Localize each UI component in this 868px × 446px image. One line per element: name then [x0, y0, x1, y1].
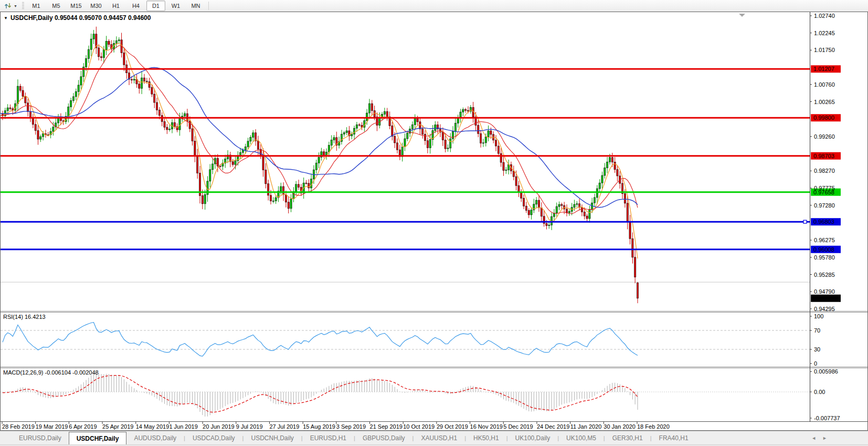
chart-shift-marker[interactable]: [739, 14, 745, 17]
rsi-indicator-label: RSI(14) 16.4213: [3, 314, 46, 320]
price-axis-label: 1.01750: [814, 47, 835, 53]
price-axis-label: 0.98270: [814, 168, 835, 174]
date-axis-label: 28 Feb 2019: [2, 423, 35, 430]
date-axis-label: 15 Aug 2019: [303, 423, 335, 430]
chart-tab-ger30-h1[interactable]: GER30,H1: [605, 431, 650, 445]
date-axis-label: 25 Apr 2019: [102, 423, 133, 430]
price-axis-label: 1.02245: [814, 30, 835, 36]
price-axis-label: 0.95285: [814, 272, 835, 278]
timeframe-button-m1[interactable]: M1: [27, 1, 46, 11]
current-price-badge-text: 0.94600: [813, 295, 834, 302]
ma-mid-line: [1, 46, 638, 214]
price-axis-label: 0.94295: [814, 306, 835, 312]
rsi-axis-label: 0: [814, 360, 817, 367]
price-line-badge-text: 1.01207: [813, 66, 834, 72]
price-axis[interactable]: 1.027401.022451.017501.007601.002650.992…: [810, 13, 835, 312]
line-selection-handle[interactable]: [803, 220, 807, 223]
date-axis-label: 11 Jan 2020: [570, 423, 602, 430]
date-axis-label: 1 Jun 2019: [169, 423, 197, 430]
timeframe-button-h4[interactable]: H4: [126, 1, 145, 11]
chart-tab-bar: EURUSD,DailyUSDCHF,DailyAUDUSD,Daily|USD…: [0, 431, 868, 445]
price-line-badge-text: 0.96008: [813, 246, 834, 253]
ma-fast-line: [1, 44, 638, 258]
price-axis-label: 1.00760: [814, 81, 835, 88]
date-axis-label: 9 Jul 2019: [236, 423, 263, 430]
price-axis-label: 0.97775: [814, 185, 835, 191]
date-axis-label: 24 Dec 2019: [537, 423, 569, 430]
date-axis-label: 6 Apr 2019: [69, 423, 97, 430]
macd-indicator-label: MACD(12,26,9) -0.006104 -0.002048: [3, 369, 99, 376]
timeframe-button-d1[interactable]: D1: [146, 1, 165, 11]
date-axis-label: 20 Jun 2019: [203, 423, 235, 430]
macd-axis[interactable]: 0.0059860.00-0.007737: [810, 368, 840, 421]
date-axis-label: 18 Feb 2020: [637, 423, 670, 430]
chart-tab-fra40-h1[interactable]: FRA40,H1: [652, 431, 696, 445]
date-axis[interactable]: 28 Feb 201919 Mar 20196 Apr 201925 Apr 2…: [2, 422, 670, 430]
chart-tab-usdcad-daily[interactable]: USDCAD,Daily: [185, 431, 242, 445]
collapse-icon[interactable]: ▼: [4, 16, 8, 20]
date-axis-label: 10 Oct 2019: [403, 423, 435, 430]
timeframe-button-m5[interactable]: M5: [47, 1, 66, 11]
rsi-axis-label: 30: [814, 346, 820, 352]
date-axis-label: 27 Jul 2019: [269, 423, 299, 430]
chart-tab-uk100-m5[interactable]: UK100,M5: [559, 431, 604, 445]
date-axis-label: 30 Jan 2020: [604, 423, 636, 430]
chart-tab-usdchf-daily[interactable]: USDCHF,Daily: [69, 432, 127, 445]
toolbar-grip[interactable]: [22, 2, 24, 10]
chart-shift-tool-icon: [4, 2, 12, 10]
main-toolbar: ▼ M1M5M15M30H1H4D1W1MN: [0, 0, 868, 12]
rsi-axis[interactable]: 10070300: [810, 313, 823, 367]
chart-tab-eurusd-daily[interactable]: EURUSD,Daily: [12, 431, 69, 445]
timeframe-buttons: M1M5M15M30H1H4D1W1MN: [26, 1, 206, 11]
date-axis-label: 16 Nov 2019: [470, 423, 503, 430]
rsi-axis-label: 70: [814, 327, 820, 334]
date-axis-label: 14 May 2019: [136, 423, 170, 430]
macd-axis-label: 0.005986: [814, 368, 838, 375]
chart-tab-audusd-daily[interactable]: AUDUSD,Daily: [126, 431, 184, 445]
price-axis-label: 0.95780: [814, 254, 835, 261]
price-axis-label: 0.94790: [814, 288, 835, 295]
candlesticks: [2, 27, 638, 304]
price-line-badge-text: 0.96803: [813, 219, 834, 225]
chart-tab-gbpusd-daily[interactable]: GBPUSD,Daily: [355, 431, 412, 445]
ma-slow-line: [1, 68, 638, 208]
price-line-badge-text: 0.99800: [813, 115, 834, 121]
chart-tab-eurusd-h1[interactable]: EURUSD,H1: [303, 431, 354, 445]
rsi-axis-label: 100: [814, 313, 823, 319]
price-axis-label: 1.02740: [814, 13, 835, 19]
price-line-badge-text: 0.98703: [813, 153, 834, 159]
chart-window: 1.012070.998000.987030.976580.968030.960…: [0, 12, 868, 431]
macd-axis-label: 0.00: [814, 389, 825, 395]
date-axis-label: 5 Dec 2019: [503, 423, 533, 430]
tab-scroll-left-icon[interactable]: ◄: [811, 435, 816, 441]
chart-tab-xauusd-h1[interactable]: XAUUSD,H1: [414, 431, 464, 445]
chart-title: ▼ USDCHF,Daily 0.95044 0.95070 0.94457 0…: [4, 14, 151, 22]
tab-scroll-right-icon[interactable]: ►: [822, 435, 827, 441]
date-axis-label: 19 Mar 2019: [36, 423, 68, 430]
chart-tab-usdcnh-daily[interactable]: USDCNH,Daily: [244, 431, 301, 445]
rsi-line: [3, 323, 638, 357]
date-axis-label: 3 Sep 2019: [336, 423, 366, 430]
macd-signal-line: [3, 376, 638, 412]
timeframe-button-mn[interactable]: MN: [186, 1, 205, 11]
timeframe-button-m15[interactable]: M15: [67, 1, 86, 11]
price-axis-label: 0.99260: [814, 133, 835, 140]
timeframe-button-h1[interactable]: H1: [107, 1, 125, 11]
tab-scroll-arrows: ◄ ►: [811, 431, 827, 445]
price-axis-label: 0.97280: [814, 202, 835, 209]
price-axis-label: 1.00265: [814, 99, 835, 105]
price-axis-label: 0.96275: [814, 237, 835, 243]
chart-tab-uk100-daily[interactable]: UK100,Daily: [508, 431, 558, 445]
trading-platform-window: { "icons": { "collapse": "▼", "dropdown"…: [0, 0, 868, 446]
toolbar-separator: [208, 2, 209, 10]
chevron-down-icon[interactable]: ▼: [14, 4, 17, 8]
timeframe-button-m30[interactable]: M30: [87, 1, 105, 11]
chart-tab-hk50-h1[interactable]: HK50,H1: [466, 431, 506, 445]
macd-histogram: [3, 372, 638, 417]
timeframe-button-w1[interactable]: W1: [166, 1, 185, 11]
macd-axis-label: -0.007737: [814, 415, 840, 421]
chart-canvas[interactable]: 1.012070.998000.987030.976580.968030.960…: [1, 12, 867, 430]
date-axis-label: 21 Sep 2019: [370, 423, 403, 430]
chart-tools-button[interactable]: ▼: [2, 1, 19, 11]
date-axis-label: 29 Oct 2019: [437, 423, 468, 430]
